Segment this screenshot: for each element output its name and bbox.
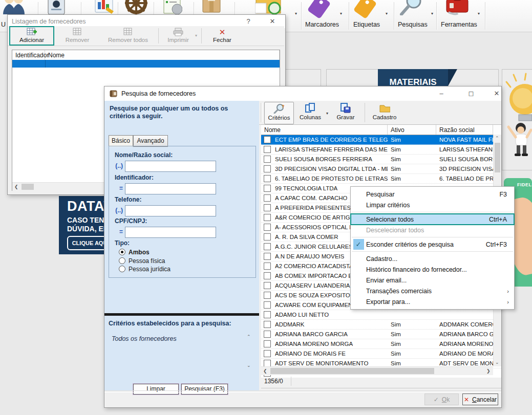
marcadores-dropdown-arrow[interactable]: ▾ (340, 11, 342, 16)
radio-pessoa-fisica[interactable] (119, 257, 125, 264)
imprimir-dropdown-arrow[interactable]: ▾ (195, 33, 197, 38)
context-menu-item[interactable]: Histórico financeiro do fornecedor... (351, 264, 514, 275)
results-col-razao[interactable]: Razão social (436, 125, 493, 135)
tab-avancado[interactable]: Avançado (133, 135, 168, 147)
results-col-nome[interactable]: Nome (261, 125, 388, 135)
row-checkbox[interactable] (264, 165, 271, 172)
table-row[interactable]: ADRIANA MORENO MORGA Sim ADRIANA MORENO … (261, 339, 501, 349)
row-checkbox[interactable] (264, 272, 271, 279)
row-checkbox[interactable] (264, 292, 271, 299)
nome-operator[interactable]: (..) (112, 162, 123, 169)
folder-dropdown-arrow[interactable]: ▾ (295, 11, 297, 16)
pesquisas-dropdown-arrow[interactable]: ▾ (431, 11, 433, 16)
cpf-operator[interactable]: = (112, 228, 123, 235)
cadastro-toolbar-button[interactable]: Cadastro (369, 102, 400, 123)
row-checkbox[interactable] (264, 136, 271, 143)
etiquetas-dropdown-arrow[interactable]: ▾ (386, 11, 388, 16)
nome-input[interactable] (125, 161, 216, 172)
context-menu-item[interactable]: Limpar critérios (351, 200, 514, 210)
listagem-close-button[interactable]: ✕ (266, 17, 279, 26)
table-row[interactable]: 6. TABELIAO DE PROTESTO DE LETRAS E ... … (261, 174, 501, 184)
results-scroll-right[interactable]: ❯ (486, 368, 491, 374)
row-checkbox[interactable] (264, 243, 271, 250)
criteria-scroll-up[interactable]: ⌃ (247, 334, 251, 339)
helm-icon[interactable] (122, 0, 151, 14)
context-menu-item[interactable]: Cadastro... (351, 253, 514, 264)
ok-button[interactable]: ✓ Ok (424, 394, 459, 405)
toolbox-icon[interactable] (444, 0, 471, 15)
column-header-identificador[interactable]: Identificador (12, 50, 45, 60)
row-checkbox[interactable] (264, 331, 271, 338)
table-row[interactable]: ADDMARK Sim ADDMARK COMERCI (261, 320, 501, 330)
row-checkbox[interactable] (264, 185, 271, 192)
context-menu-item[interactable]: Exportar para...› (351, 296, 514, 307)
scroll-left-arrow[interactable]: ❮ (14, 184, 18, 189)
table-row[interactable]: ADRIANO DE MORAIS FE Sim ADRIANO DE MORA… (261, 349, 501, 359)
toolbar-button-marcadores[interactable]: Marcadores (305, 21, 339, 28)
row-checkbox[interactable] (264, 263, 271, 270)
radio-pessoa-juridica[interactable] (119, 266, 125, 272)
table-row[interactable]: SUELI SOUSA BORGES FERREIRA Sim SUELI SO… (261, 155, 501, 164)
results-hscrollbar[interactable]: ❮ ❯ (261, 366, 493, 375)
fechar-button[interactable]: ✕ Fechar (205, 27, 239, 45)
table-row[interactable]: ADRIANA BARCO GARCIA Sim ADRIANA BARCO G… (261, 330, 501, 339)
row-checkbox[interactable] (264, 156, 271, 163)
table-row[interactable]: ECT EMP BRAS DE CORREIOS E TELEGRA... Si… (261, 135, 501, 145)
gravar-toolbar-button[interactable]: Gravar (333, 102, 358, 123)
badge-card-icon[interactable] (45, 0, 68, 14)
row-checkbox[interactable] (264, 214, 271, 221)
table-row[interactable]: ADAMO LUI NETTO (261, 310, 501, 320)
remover-todos-button[interactable]: Remover todos (101, 27, 155, 45)
help-button[interactable]: ? (242, 17, 255, 26)
cpf-input[interactable] (125, 227, 216, 238)
dialog-close-button[interactable]: ✕ (490, 89, 503, 98)
scroll-up-arrow[interactable]: ⌃ (495, 136, 499, 141)
row-checkbox[interactable] (264, 233, 271, 241)
radio-ambos[interactable] (119, 249, 125, 255)
column-header-nome[interactable]: Nome (45, 50, 280, 60)
checklist-icon[interactable] (160, 0, 182, 14)
remover-button[interactable]: Remover (57, 27, 97, 45)
telefone-operator[interactable]: (..) (112, 207, 123, 214)
minimize-button[interactable]: – (435, 89, 448, 98)
criterios-toolbar-button[interactable]: ? Critérios (264, 102, 294, 124)
results-col-ativo[interactable]: Ativo (388, 125, 436, 135)
imprimir-button[interactable]: Imprimir (162, 27, 194, 45)
colunas-toolbar-button[interactable]: Colunas (296, 102, 325, 123)
context-menu-item[interactable]: ✓Esconder critérios de pesquisaCtrl+F3 (351, 239, 514, 250)
row-checkbox[interactable] (264, 311, 271, 318)
cancel-button[interactable]: ✕ Cancelar (462, 394, 498, 405)
table-row[interactable]: LARISSA STHEFANE FERREIRA DAS MER... Sim… (261, 145, 501, 155)
tab-basico[interactable]: Básico (109, 135, 133, 147)
row-checkbox[interactable] (264, 340, 271, 347)
row-checkbox[interactable] (264, 146, 271, 153)
ferramentas-dropdown-arrow[interactable]: ▾ (478, 11, 480, 16)
criteria-scroll-down[interactable]: ⌄ (247, 363, 251, 368)
maximize-button[interactable]: ◻ (464, 89, 478, 98)
table-row[interactable]: 3D PRECISION VISAO DIGITAL LTDA - ME Sim… (261, 164, 501, 174)
row-checkbox[interactable] (264, 204, 271, 211)
context-menu-item[interactable]: Descelecionar todos (351, 225, 514, 235)
row-checkbox[interactable] (264, 301, 271, 309)
adicionar-button[interactable]: Adicionar (10, 27, 53, 45)
toolbar-button-ferramentas[interactable]: Ferramentas (441, 21, 477, 28)
chart-icon[interactable] (93, 0, 116, 14)
identificador-input[interactable] (125, 183, 216, 194)
search-icon[interactable] (399, 0, 424, 15)
pesquisar-button[interactable]: Pesquisar (F3) (181, 384, 228, 395)
row-checkbox[interactable] (264, 350, 271, 357)
telefone-input[interactable] (125, 205, 216, 216)
context-menu-item[interactable]: Enviar email... (351, 275, 514, 286)
toolbar-button-etiquetas[interactable]: Etiquetas (353, 21, 380, 28)
colunas-dropdown-arrow[interactable]: ▾ (326, 111, 328, 116)
context-menu-item[interactable]: Transações comerciais› (351, 286, 514, 296)
row-checkbox[interactable] (264, 282, 271, 289)
context-menu-item[interactable]: Selecionar todosCtrl+A (351, 214, 514, 225)
results-scroll-left[interactable]: ❮ (263, 368, 267, 374)
row-checkbox[interactable] (264, 175, 271, 182)
toolbar-button-pesquisas[interactable]: Pesquisas (398, 21, 428, 28)
bookmark-tag-icon[interactable] (307, 0, 331, 19)
users-icon[interactable] (2, 0, 26, 14)
label-tag-icon[interactable] (353, 0, 377, 19)
folder-icon[interactable] (255, 0, 282, 14)
